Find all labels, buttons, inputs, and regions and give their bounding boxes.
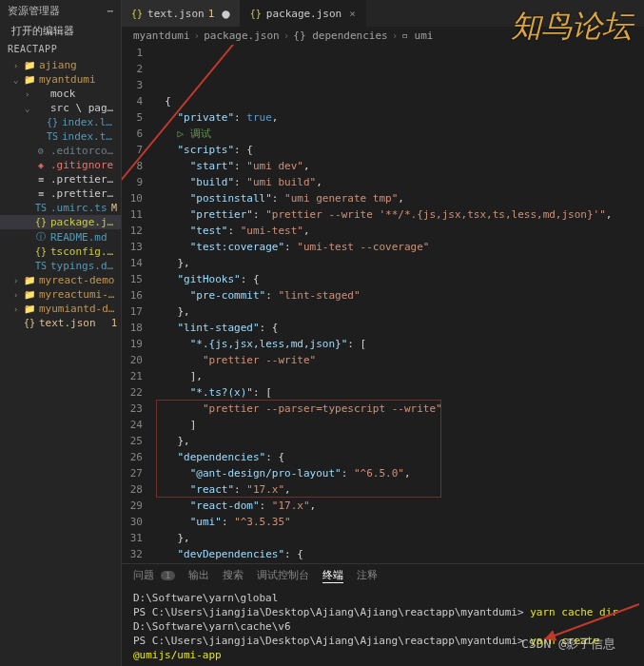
code-line[interactable]: "prettier --parser=typescript --write" xyxy=(152,401,644,417)
file-icon: {} xyxy=(131,9,143,19)
code-line[interactable]: "react-dom": "17.x", xyxy=(152,498,644,514)
tree-item[interactable]: ≡.prettierrc xyxy=(0,186,121,201)
code-line[interactable]: }, xyxy=(152,530,644,546)
tree-item[interactable]: TS.umirc.tsM xyxy=(0,201,121,215)
file-icon: TS xyxy=(34,203,48,213)
close-icon[interactable]: × xyxy=(349,8,356,20)
panel-tab[interactable]: 问题 1 xyxy=(133,568,175,583)
tree-item[interactable]: ⌄src \ pages xyxy=(0,101,121,115)
file-label: myumiantd-demo xyxy=(39,303,117,315)
file-icon: 📁 xyxy=(23,60,36,70)
code-line[interactable]: "prettier": "prettier --write '**/*.{js,… xyxy=(152,206,644,223)
file-icon: {} xyxy=(250,9,262,19)
file-label: myreact-demo xyxy=(39,274,117,286)
open-editors-section[interactable]: 打开的编辑器 xyxy=(0,22,121,40)
code-line[interactable]: "dependencies": { xyxy=(152,449,644,465)
file-icon: ≡ xyxy=(34,188,48,199)
file-label: index.less xyxy=(62,116,117,128)
code-line[interactable]: "scripts": { xyxy=(152,142,644,158)
tree-item[interactable]: {}index.less xyxy=(0,115,121,129)
code-content[interactable]: { "private": true, ▷ 调试 "scripts": { "st… xyxy=(152,45,644,563)
tree-item[interactable]: ⌄📁myantdumi xyxy=(0,72,121,87)
code-editor[interactable]: 1234567891011121314151617181920212223242… xyxy=(122,45,644,563)
code-line[interactable]: "umi": "^3.5.35" xyxy=(152,514,644,530)
terminal-output[interactable]: D:\Software\yarn\globalPS C:\Users\jiang… xyxy=(122,587,644,666)
code-line[interactable]: "test:coverage": "umi-test --coverage" xyxy=(152,239,644,255)
panel-tab[interactable]: 调试控制台 xyxy=(257,568,309,583)
breadcrumb-item[interactable]: myantdumi xyxy=(133,29,190,42)
code-line[interactable]: "lint-staged": { xyxy=(152,320,644,336)
project-section[interactable]: REACTAPP xyxy=(0,40,121,58)
file-icon: 📁 xyxy=(23,289,36,300)
code-line[interactable]: "react": "17.x", xyxy=(152,481,644,498)
file-label: text.json xyxy=(39,317,108,329)
more-icon[interactable]: ⋯ xyxy=(107,5,113,17)
editor-tab[interactable]: {}package.json× xyxy=(241,0,366,27)
explorer-sidebar: 资源管理器 ⋯ 打开的编辑器 REACTAPP ›📁ajiang⌄📁myantd… xyxy=(0,0,122,666)
tree-item[interactable]: ⚙.editorconfig xyxy=(0,144,121,158)
code-line[interactable]: "build": "umi build", xyxy=(152,174,644,190)
tree-item[interactable]: {}package.json xyxy=(0,215,121,229)
file-label: myantdumi xyxy=(39,73,117,86)
tree-item[interactable]: ›📁ajiang xyxy=(0,58,121,72)
code-line[interactable]: "@types/react": "^17.0.0", xyxy=(152,562,644,563)
code-line[interactable]: "*.ts?(x)": [ xyxy=(152,384,644,401)
tree-item[interactable]: ›📁myreact-demo xyxy=(0,273,121,287)
tree-item[interactable]: TStypings.d.ts xyxy=(0,259,121,273)
code-line[interactable]: "*.{js,jsx,less,md,json}": [ xyxy=(152,336,644,352)
file-label: .umirc.ts xyxy=(50,202,108,214)
code-line[interactable]: ], xyxy=(152,368,644,384)
panel-tab[interactable]: 输出 xyxy=(188,568,209,583)
tab-label: package.json xyxy=(266,8,342,20)
file-icon: ≡ xyxy=(34,174,48,185)
tree-item[interactable]: {}tsconfig.json xyxy=(0,245,121,259)
tree-item[interactable]: ›📁myreactumi-demo xyxy=(0,287,121,302)
breadcrumb-item[interactable]: {} dependencies xyxy=(293,29,387,42)
panel-tab[interactable]: 搜索 xyxy=(223,568,244,583)
file-label: index.tsx xyxy=(62,130,117,143)
editor-tab[interactable]: {}text.json1● xyxy=(122,0,241,27)
tree-item[interactable]: {}text.json1 xyxy=(0,316,121,330)
code-line[interactable]: }, xyxy=(152,255,644,271)
code-line[interactable]: { xyxy=(152,93,644,109)
file-label: myreactumi-demo xyxy=(39,288,117,301)
chevron-icon: › xyxy=(25,89,34,99)
file-icon: TS xyxy=(46,131,59,142)
tree-item[interactable]: ›mock xyxy=(0,87,121,101)
git-badge: 1 xyxy=(111,318,117,328)
tree-item[interactable]: TSindex.tsx xyxy=(0,129,121,144)
file-icon: {} xyxy=(34,217,48,227)
panel-tab[interactable]: 终端 xyxy=(322,568,343,583)
code-line[interactable]: ] xyxy=(152,417,644,433)
tree-item[interactable]: ≡.prettierignore xyxy=(0,172,121,186)
breadcrumb-item[interactable]: package.json xyxy=(204,29,279,42)
file-label: package.json xyxy=(50,216,117,228)
code-line[interactable]: }, xyxy=(152,433,644,449)
code-line[interactable]: "postinstall": "umi generate tmp", xyxy=(152,190,644,206)
file-icon: ⓘ xyxy=(34,230,48,244)
chevron-icon: › xyxy=(13,290,23,300)
code-line[interactable]: "start": "umi dev", xyxy=(152,158,644,174)
terminal-line: D:\Software\yarn\global xyxy=(133,591,633,605)
breadcrumb-separator: › xyxy=(194,29,201,42)
tree-item[interactable]: ◈.gitignore xyxy=(0,158,121,172)
code-line[interactable]: "test": "umi-test", xyxy=(152,223,644,239)
file-icon: {} xyxy=(34,246,48,257)
breadcrumb[interactable]: myantdumi›package.json›{} dependencies›▫… xyxy=(122,27,644,45)
code-line[interactable]: "prettier --write" xyxy=(152,352,644,368)
code-line[interactable]: "devDependencies": { xyxy=(152,546,644,562)
tab-badge: 1 xyxy=(208,8,215,20)
tree-item[interactable]: ⓘREADME.md xyxy=(0,229,121,245)
breadcrumb-item[interactable]: ▫ umi xyxy=(401,29,433,42)
code-line[interactable]: "@ant-design/pro-layout": "^6.5.0", xyxy=(152,465,644,481)
code-line[interactable]: }, xyxy=(152,304,644,320)
panel-tab[interactable]: 注释 xyxy=(357,568,378,583)
code-line[interactable]: "private": true, xyxy=(152,109,644,126)
code-line[interactable]: "gitHooks": { xyxy=(152,271,644,287)
chevron-icon: ⌄ xyxy=(13,75,23,85)
file-label: README.md xyxy=(50,231,117,244)
tree-item[interactable]: ›📁myumiantd-demo xyxy=(0,302,121,316)
breadcrumb-separator: › xyxy=(392,29,399,42)
code-line[interactable]: "pre-commit": "lint-staged" xyxy=(152,287,644,304)
code-line[interactable]: ▷ 调试 xyxy=(152,126,644,142)
